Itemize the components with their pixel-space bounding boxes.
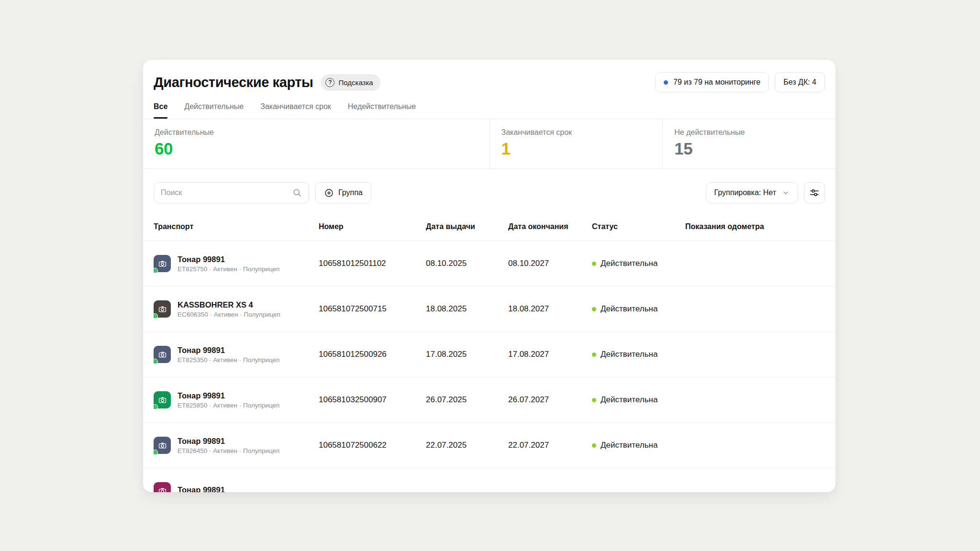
expiry-date: 22.07.2027 — [508, 441, 592, 450]
camera-icon — [158, 259, 167, 268]
toolbar: Группа Группировка: Нет — [143, 182, 835, 203]
stat-valid: Действительные 60 — [143, 119, 490, 168]
add-group-button[interactable]: Группа — [315, 182, 371, 203]
col-transport: Транспорт — [154, 222, 319, 231]
camera-icon — [158, 305, 167, 314]
tab-invalid[interactable]: Недействительные — [348, 102, 416, 119]
vehicle-photo-icon — [154, 482, 171, 492]
card-number: 106581012500926 — [319, 350, 426, 359]
column-settings-button[interactable] — [804, 182, 825, 203]
issue-date: 08.10.2025 — [426, 259, 508, 268]
stat-invalid: Не действительные 15 — [662, 119, 835, 168]
expiry-date: 17.08.2027 — [508, 350, 592, 359]
status-label: Действительна — [601, 259, 657, 268]
expiry-date: 26.07.2027 — [508, 395, 592, 405]
expiry-date: 08.10.2027 — [508, 259, 592, 268]
stat-invalid-value: 15 — [674, 139, 824, 158]
plus-circle-icon — [324, 188, 334, 198]
status-label: Действительна — [601, 304, 657, 314]
stat-expiring-label: Заканчивается срок — [501, 128, 651, 137]
tab-all[interactable]: Все — [154, 102, 167, 119]
online-status-dot — [154, 268, 158, 273]
chevron-down-icon — [782, 189, 790, 197]
vehicle-photo-icon — [154, 346, 171, 363]
table-row[interactable]: Тонар 99891 ЕТ825850 · Активен · Полупри… — [143, 377, 835, 422]
status-label: Действительна — [601, 441, 657, 450]
camera-icon — [158, 396, 167, 405]
monitoring-dot-icon — [664, 80, 668, 85]
col-expiry-date: Дата окончания — [508, 222, 592, 231]
vehicle-name: Тонар 99891 — [178, 254, 279, 264]
stat-expiring-value: 1 — [501, 139, 651, 158]
vehicle-name: Тонар 99891 — [178, 436, 279, 446]
without-dk-label: Без ДК: 4 — [783, 78, 816, 87]
hint-button-label: Подсказка — [338, 78, 373, 87]
card-number: 106581032500907 — [319, 395, 426, 405]
status-dot-icon — [592, 443, 596, 448]
vehicle-photo-icon — [154, 255, 171, 272]
grouping-select[interactable]: Группировка: Нет — [706, 182, 798, 203]
issue-date: 17.08.2025 — [426, 350, 508, 359]
camera-icon — [158, 486, 167, 493]
table-body: Тонар 99891 ЕТ825750 · Активен · Полупри… — [143, 241, 835, 492]
sliders-icon — [809, 187, 820, 198]
table-row[interactable]: Тонар 99891 ЕТ826450 · Активен · Полупри… — [143, 422, 835, 468]
stat-expiring: Заканчивается срок 1 — [490, 119, 663, 168]
camera-icon — [158, 441, 167, 450]
status-label: Действительна — [601, 350, 657, 359]
table-row[interactable]: Тонар 99891 ЕТ825750 · Активен · Полупри… — [143, 241, 835, 286]
status-label: Действительна — [601, 395, 657, 405]
table-row[interactable]: Тонар 99891 ЕТ825350 · Активен · Полупри… — [143, 331, 835, 377]
status-dot-icon — [592, 353, 596, 357]
diagnostic-cards-panel: Диагностические карты ? Подсказка 79 из … — [143, 60, 835, 492]
card-number: 106581072500715 — [319, 304, 426, 314]
online-status-dot — [154, 313, 158, 318]
col-issue-date: Дата выдачи — [426, 222, 508, 231]
without-dk-button[interactable]: Без ДК: 4 — [775, 72, 825, 92]
panel-header: Диагностические карты ? Подсказка 79 из … — [143, 60, 835, 92]
card-number: 106581072500622 — [319, 441, 426, 450]
search-icon — [292, 188, 302, 198]
online-status-dot — [154, 450, 158, 454]
issue-date: 22.07.2025 — [426, 441, 508, 450]
stat-valid-value: 60 — [155, 139, 478, 158]
search-input[interactable] — [161, 188, 288, 197]
tabs-bar: Все Действительные Заканчивается срок Не… — [143, 102, 835, 119]
col-status: Статус — [592, 222, 685, 231]
card-number: 106581012501102 — [319, 259, 426, 268]
vehicle-name: Тонар 99891 — [178, 345, 279, 355]
table-header: Транспорт Номер Дата выдачи Дата окончан… — [143, 203, 835, 241]
status-dot-icon — [592, 398, 596, 402]
tab-valid[interactable]: Действительные — [184, 102, 244, 119]
col-odometer: Показания одометра — [685, 222, 825, 231]
vehicle-subtitle: ЕТ825750 · Активен · Полуприцеп — [178, 265, 279, 273]
table-row[interactable]: KASSBOHRER XS 4 ЕС606350 · Активен · Пол… — [143, 286, 835, 331]
expiry-date: 18.08.2027 — [508, 304, 592, 314]
status-dot-icon — [592, 307, 596, 311]
page-title: Диагностические карты — [154, 75, 313, 90]
search-box — [154, 182, 309, 203]
add-group-label: Группа — [338, 188, 363, 197]
issue-date: 26.07.2025 — [426, 395, 508, 405]
online-status-dot — [154, 359, 158, 364]
hint-button[interactable]: ? Подсказка — [321, 74, 380, 91]
vehicle-photo-icon — [154, 300, 171, 318]
monitoring-count-label: 79 из 79 на мониторинге — [673, 78, 760, 87]
monitoring-count-button[interactable]: 79 из 79 на мониторинге — [655, 72, 769, 92]
issue-date: 18.08.2025 — [426, 304, 508, 314]
stats-strip: Действительные 60 Заканчивается срок 1 Н… — [143, 119, 835, 169]
vehicle-subtitle: ЕТ825850 · Активен · Полуприцеп — [178, 402, 279, 409]
tab-expiring[interactable]: Заканчивается срок — [260, 102, 331, 119]
vehicle-photo-icon — [154, 437, 171, 454]
question-icon: ? — [325, 78, 334, 87]
stat-valid-label: Действительные — [155, 128, 478, 137]
table-row[interactable]: Тонар 99891 — [143, 468, 835, 492]
vehicle-photo-icon — [154, 391, 171, 408]
status-dot-icon — [592, 262, 596, 266]
vehicle-name: KASSBOHRER XS 4 — [178, 300, 280, 310]
header-actions: 79 из 79 на мониторинге Без ДК: 4 — [655, 72, 825, 92]
camera-icon — [158, 350, 167, 359]
grouping-label: Группировка: Нет — [714, 188, 776, 197]
online-status-dot — [154, 404, 158, 409]
vehicle-subtitle: ЕС606350 · Активен · Полуприцеп — [178, 311, 280, 318]
